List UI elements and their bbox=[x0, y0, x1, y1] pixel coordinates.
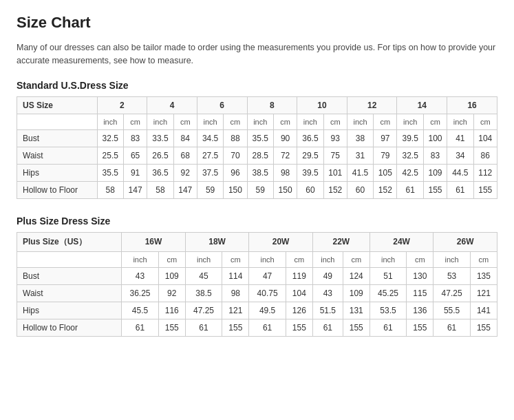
std-cell: 86 bbox=[473, 147, 497, 164]
std-row-label: Hollow to Floor bbox=[17, 181, 98, 198]
std-cell: 91 bbox=[123, 164, 147, 181]
std-cell: 79 bbox=[374, 147, 397, 164]
plus-cell: 124 bbox=[343, 267, 370, 284]
plus-sub-inch-16w: inch bbox=[122, 251, 159, 267]
std-cell: 34.5 bbox=[197, 129, 223, 147]
plus-cell: 45 bbox=[185, 267, 222, 284]
plus-cell: 155 bbox=[286, 319, 312, 336]
plus-cell: 45.25 bbox=[370, 284, 407, 302]
plus-cell: 38.5 bbox=[185, 284, 222, 302]
plus-sub-inch-20w: inch bbox=[249, 251, 286, 267]
plus-row-label: Waist bbox=[17, 284, 122, 302]
std-cell: 88 bbox=[224, 129, 247, 147]
standard-section-title: Standard U.S.Dress Size bbox=[17, 80, 497, 91]
plus-cell: 45.5 bbox=[122, 302, 159, 319]
std-cell: 59 bbox=[197, 181, 223, 198]
plus-cell: 61 bbox=[370, 319, 407, 336]
std-sub-cm-10: cm bbox=[323, 114, 347, 129]
plus-cell: 43 bbox=[122, 267, 159, 284]
plus-cell: 115 bbox=[407, 284, 433, 302]
std-cell: 25.5 bbox=[97, 147, 123, 164]
std-cell: 84 bbox=[173, 129, 197, 147]
std-cell: 34 bbox=[447, 147, 473, 164]
standard-section: Standard U.S.Dress Size US Size 2 4 6 8 … bbox=[17, 80, 497, 199]
plus-section-title: Plus Size Dress Size bbox=[17, 216, 497, 227]
plus-cell: 92 bbox=[158, 284, 185, 302]
std-cell: 104 bbox=[473, 129, 497, 147]
std-col-14: 14 bbox=[397, 96, 447, 114]
plus-cell: 49.5 bbox=[249, 302, 286, 319]
std-cell: 155 bbox=[473, 181, 497, 198]
std-col-ussize: US Size bbox=[17, 96, 98, 114]
std-col-4: 4 bbox=[147, 96, 197, 114]
plus-cell: 104 bbox=[286, 284, 312, 302]
std-cell: 41.5 bbox=[347, 164, 373, 181]
std-cell: 155 bbox=[423, 181, 447, 198]
plus-cell: 155 bbox=[470, 319, 497, 336]
std-cell: 96 bbox=[224, 164, 247, 181]
plus-col-ussize: Plus Size（US） bbox=[17, 232, 122, 251]
std-cell: 42.5 bbox=[397, 164, 423, 181]
std-cell: 32.5 bbox=[97, 129, 123, 147]
std-cell: 28.5 bbox=[247, 147, 273, 164]
std-cell: 147 bbox=[123, 181, 147, 198]
std-cell: 27.5 bbox=[197, 147, 223, 164]
std-sub-inch-16: inch bbox=[447, 114, 473, 129]
std-row-label: Bust bbox=[17, 129, 98, 147]
plus-cell: 155 bbox=[407, 319, 433, 336]
std-cell: 44.5 bbox=[447, 164, 473, 181]
std-sub-cm-2: cm bbox=[123, 114, 147, 129]
plus-table: Plus Size（US） 16W 18W 20W 22W 24W 26W in… bbox=[17, 232, 497, 337]
std-cell: 68 bbox=[173, 147, 197, 164]
page-title: Size Chart bbox=[17, 14, 497, 32]
plus-cell: 116 bbox=[158, 302, 185, 319]
standard-table: US Size 2 4 6 8 10 12 14 16 inch cm inch… bbox=[17, 96, 497, 199]
plus-col-18w: 18W bbox=[185, 232, 249, 251]
plus-cell: 47.25 bbox=[433, 284, 471, 302]
plus-col-20w: 20W bbox=[249, 232, 313, 251]
std-cell: 147 bbox=[173, 181, 197, 198]
plus-row-label: Hips bbox=[17, 302, 122, 319]
plus-cell: 55.5 bbox=[433, 302, 471, 319]
plus-sub-cm-20w: cm bbox=[286, 251, 312, 267]
std-sub-inch-6: inch bbox=[197, 114, 223, 129]
std-cell: 109 bbox=[423, 164, 447, 181]
std-cell: 98 bbox=[273, 164, 297, 181]
std-cell: 58 bbox=[147, 181, 173, 198]
std-cell: 150 bbox=[224, 181, 247, 198]
plus-sub-cm-16w: cm bbox=[158, 251, 185, 267]
std-cell: 65 bbox=[123, 147, 147, 164]
std-sub-inch-10: inch bbox=[297, 114, 323, 129]
plus-cell: 131 bbox=[343, 302, 370, 319]
plus-cell: 114 bbox=[222, 267, 249, 284]
plus-cell: 61 bbox=[249, 319, 286, 336]
plus-sub-cm-26w: cm bbox=[470, 251, 497, 267]
plus-sub-inch-22w: inch bbox=[312, 251, 343, 267]
std-cell: 38.5 bbox=[247, 164, 273, 181]
plus-sub-cm-18w: cm bbox=[222, 251, 249, 267]
plus-cell: 61 bbox=[433, 319, 471, 336]
std-cell: 35.5 bbox=[247, 129, 273, 147]
plus-cell: 61 bbox=[312, 319, 343, 336]
plus-sub-cm-22w: cm bbox=[343, 251, 370, 267]
std-cell: 105 bbox=[374, 164, 397, 181]
std-cell: 37.5 bbox=[197, 164, 223, 181]
std-sub-cm-8: cm bbox=[273, 114, 297, 129]
std-cell: 60 bbox=[297, 181, 323, 198]
std-col-6: 6 bbox=[197, 96, 247, 114]
std-col-16: 16 bbox=[447, 96, 497, 114]
plus-cell: 61 bbox=[185, 319, 222, 336]
std-cell: 39.5 bbox=[397, 129, 423, 147]
std-cell: 58 bbox=[97, 181, 123, 198]
plus-col-22w: 22W bbox=[312, 232, 370, 251]
std-cell: 97 bbox=[374, 129, 397, 147]
plus-sub-inch-26w: inch bbox=[433, 251, 471, 267]
plus-cell: 36.25 bbox=[122, 284, 159, 302]
plus-cell: 40.75 bbox=[249, 284, 286, 302]
plus-cell: 109 bbox=[158, 267, 185, 284]
std-cell: 112 bbox=[473, 164, 497, 181]
plus-col-24w: 24W bbox=[370, 232, 433, 251]
std-cell: 72 bbox=[273, 147, 297, 164]
plus-col-16w: 16W bbox=[122, 232, 186, 251]
std-sub-cm-12: cm bbox=[374, 114, 397, 129]
